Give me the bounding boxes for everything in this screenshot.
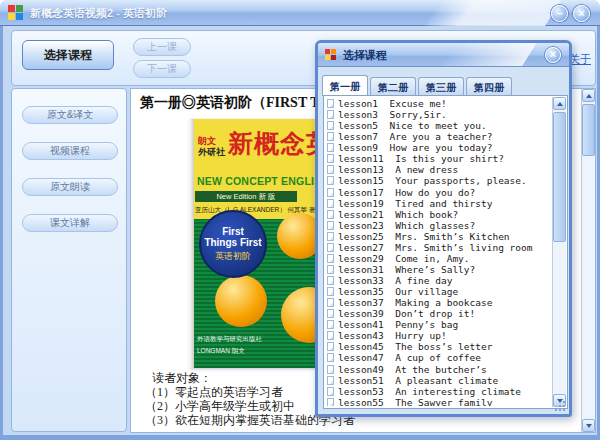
lesson-row[interactable]: lesson35 Our village <box>326 286 551 297</box>
lesson-row[interactable]: lesson47 A cup of coffee <box>326 352 551 363</box>
sidebar-item-video-course[interactable]: 视频课程 <box>22 142 118 160</box>
about-link[interactable]: 关于 <box>569 52 591 67</box>
tab-book2[interactable]: 第二册 <box>370 77 416 96</box>
lesson-label: lesson39 Don’t drop it! <box>338 308 475 319</box>
tab-book3[interactable]: 第三册 <box>418 77 464 96</box>
document-icon <box>327 199 334 208</box>
lesson-row[interactable]: lesson5 Nice to meet you. <box>326 120 551 131</box>
sidebar-item-text-explain[interactable]: 课文详解 <box>22 214 118 232</box>
lesson-row[interactable]: lesson21 Which book? <box>326 209 551 220</box>
lesson-row[interactable]: lesson3 Sorry,Sir. <box>326 109 551 120</box>
cover-circle-text: 英语初阶 <box>201 250 265 263</box>
lesson-label: lesson11 Is this your shirt? <box>338 153 504 164</box>
window-title: 新概念英语视频2 - 英语初阶 <box>30 6 167 21</box>
document-icon <box>327 110 334 119</box>
document-icon <box>327 143 334 152</box>
document-icon <box>327 287 334 296</box>
lesson-row[interactable]: lesson11 Is this your shirt? <box>326 153 551 164</box>
lesson-row[interactable]: lesson31 Where’s Sally? <box>326 264 551 275</box>
scroll-up-button[interactable] <box>582 89 595 102</box>
lesson-label: lesson53 An interesting climate <box>338 386 521 397</box>
document-icon <box>327 132 334 141</box>
lesson-label: lesson35 Our village <box>338 286 458 297</box>
app-icon <box>8 5 23 20</box>
document-icon <box>327 265 334 274</box>
document-icon <box>327 221 334 230</box>
sidebar-item-text-reading[interactable]: 原文朗读 <box>22 178 118 196</box>
cover-ball-icon <box>277 213 316 259</box>
list-scrollbar[interactable] <box>552 97 566 407</box>
prev-lesson-button[interactable]: 上一课 <box>133 38 191 56</box>
lesson-row[interactable]: lesson37 Making a bookcase <box>326 297 551 308</box>
select-course-dialog: 选择课程 × 第一册 第二册 第三册 第四册 lesson1 Excuse me… <box>315 40 572 417</box>
sidebar-item-text-translation[interactable]: 原文&译文 <box>22 106 118 124</box>
lesson-row[interactable]: lesson39 Don’t drop it! <box>326 308 551 319</box>
resize-grip[interactable] <box>555 401 565 411</box>
lesson-row[interactable]: lesson1 Excuse me! <box>326 98 551 109</box>
lesson-row[interactable]: lesson25 Mrs. Smith’s Kitchen <box>326 231 551 242</box>
dialog-close-button[interactable]: × <box>545 47 561 63</box>
lesson-row[interactable]: lesson53 An interesting climate <box>326 386 551 397</box>
arrow-down-icon <box>586 424 592 428</box>
lesson-row[interactable]: lesson7 Are you a teacher? <box>326 131 551 142</box>
lesson-label: lesson5 Nice to meet you. <box>338 120 487 131</box>
lesson-label: lesson21 Which book? <box>338 209 458 220</box>
lesson-row[interactable]: lesson17 How do you do? <box>326 187 551 198</box>
lesson-row[interactable]: lesson13 A new dress <box>326 164 551 175</box>
lesson-row[interactable]: lesson45 The boss’s letter <box>326 341 551 352</box>
lesson-row[interactable]: lesson29 Come in, Amy. <box>326 253 551 264</box>
cover-publisher-top2: 外研社 <box>198 146 225 159</box>
lesson-row[interactable]: lesson43 Hurry up! <box>326 330 551 341</box>
document-icon <box>327 243 334 252</box>
scroll-thumb[interactable] <box>582 104 595 156</box>
next-lesson-button[interactable]: 下一课 <box>133 60 191 78</box>
lesson-row[interactable]: lesson15 Your passports, please. <box>326 175 551 186</box>
list-scroll-up-button[interactable] <box>553 97 566 110</box>
lesson-row[interactable]: lesson51 A pleasant climate <box>326 375 551 386</box>
lesson-label: lesson23 Which glasses? <box>338 220 475 231</box>
lesson-label: lesson31 Where’s Sally? <box>338 264 475 275</box>
arrow-up-icon <box>586 94 592 98</box>
lesson-row[interactable]: lesson33 A fine day <box>326 275 551 286</box>
document-icon <box>327 276 334 285</box>
arrow-up-icon <box>557 102 563 106</box>
close-button[interactable]: × <box>573 5 590 22</box>
lesson-row[interactable]: lesson41 Penny’s bag <box>326 319 551 330</box>
document-icon <box>327 342 334 351</box>
lesson-label: lesson45 The boss’s letter <box>338 341 492 352</box>
titlebar[interactable]: 新概念英语视频2 - 英语初阶 – × <box>0 0 600 26</box>
list-scroll-thumb[interactable] <box>553 112 566 242</box>
lesson-label: lesson17 How do you do? <box>338 187 475 198</box>
document-icon <box>327 365 334 374</box>
document-icon <box>327 398 334 406</box>
lesson-label: lesson55 The Sawyer family <box>338 397 492 406</box>
tab-book1[interactable]: 第一册 <box>322 75 368 96</box>
document-icon <box>327 309 334 318</box>
lesson-row[interactable]: lesson9 How are you today? <box>326 142 551 153</box>
select-course-button[interactable]: 选择课程 <box>22 40 114 70</box>
course-heading: 第一册◎英语初阶（FIRST THI <box>140 94 336 112</box>
dialog-tabs: 第一册 第二册 第三册 第四册 <box>322 75 512 96</box>
lesson-label: lesson7 Are you a teacher? <box>338 131 492 142</box>
minimize-button[interactable]: – <box>551 5 568 22</box>
book-spine <box>189 119 194 368</box>
lesson-row[interactable]: lesson19 Tired and thirsty <box>326 198 551 209</box>
lesson-row[interactable]: lesson49 At the butcher’s <box>326 364 551 375</box>
tab-book4[interactable]: 第四册 <box>466 77 512 96</box>
document-icon <box>327 387 334 396</box>
lesson-label: lesson1 Excuse me! <box>338 98 447 109</box>
main-scrollbar[interactable] <box>581 89 595 432</box>
cover-circle-text: Things First <box>201 237 265 248</box>
lesson-row[interactable]: lesson55 The Sawyer family <box>326 397 551 406</box>
lesson-row[interactable]: lesson27 Mrs. Smith’s living room <box>326 242 551 253</box>
document-icon <box>327 298 334 307</box>
app-window: 新概念英语视频2 - 英语初阶 – × 选择课程 上一课 下一课 关于 原文&译… <box>0 0 600 440</box>
scroll-down-button[interactable] <box>582 419 595 432</box>
lesson-label: lesson19 Tired and thirsty <box>338 198 492 209</box>
document-icon <box>327 232 334 241</box>
document-icon <box>327 165 334 174</box>
lesson-label: lesson25 Mrs. Smith’s Kitchen <box>338 231 510 242</box>
document-icon <box>327 353 334 362</box>
dialog-titlebar[interactable]: 选择课程 × <box>318 43 569 67</box>
lesson-row[interactable]: lesson23 Which glasses? <box>326 220 551 231</box>
